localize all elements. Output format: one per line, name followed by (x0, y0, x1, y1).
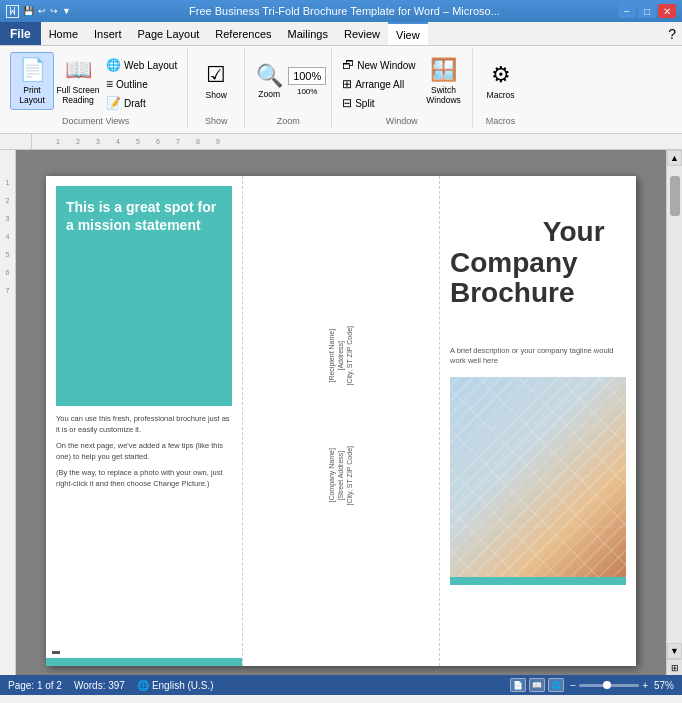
read-view-icon[interactable]: 📖 (529, 678, 545, 692)
split-button[interactable]: ⊟ Split (338, 94, 419, 112)
ruler-mark-9: 9 (208, 138, 228, 145)
ribbon: 📄 Print Layout 📖 Full Screen Reading 🌐 W… (0, 46, 682, 134)
split-label: Split (355, 98, 374, 109)
minimize-button[interactable]: − (618, 4, 636, 18)
show-label: Show (206, 90, 227, 100)
vruler-6: 6 (0, 264, 15, 282)
scroll-down-button[interactable]: ▼ (667, 643, 682, 659)
brochure-left-panel: This is a great spot for a mission state… (46, 176, 243, 666)
status-bar: Page: 1 of 2 Words: 397 🌐 English (U.S.)… (0, 675, 682, 695)
macros-group: ⚙ Macros Macros (473, 48, 529, 128)
draft-icon: 📝 (106, 96, 121, 110)
company-address: [Company Name] [Street Address] [City, S… (327, 446, 354, 506)
status-left: Page: 1 of 2 Words: 397 🌐 English (U.S.) (8, 680, 214, 691)
document-scroll-area[interactable]: This is a great spot for a mission state… (16, 150, 666, 675)
draft-button[interactable]: 📝 Draft (102, 94, 181, 112)
print-layout-button[interactable]: 📄 Print Layout (10, 52, 54, 110)
document-views-label: Document Views (62, 116, 129, 128)
mailings-menu[interactable]: Mailings (280, 22, 336, 45)
outline-button[interactable]: ≡ Outline (102, 75, 181, 93)
macros-button[interactable]: ⚙ Macros (479, 52, 523, 110)
right-teal-bar (450, 577, 626, 585)
arrange-all-icon: ⊞ (342, 77, 352, 91)
language-icon: 🌐 (137, 680, 149, 691)
ruler-mark-6: 6 (148, 138, 168, 145)
scroll-up-button[interactable]: ▲ (667, 150, 682, 166)
ruler-mark-5: 5 (128, 138, 148, 145)
show-label-group: Show (205, 116, 228, 128)
ruler-marks: 1 2 3 4 5 6 7 8 9 (32, 138, 228, 145)
vruler-4: 4 (0, 228, 15, 246)
full-screen-reading-icon: 📖 (65, 57, 92, 83)
document-area: 1 2 3 4 5 6 7 This is a great spot for a… (0, 150, 682, 675)
document-page: This is a great spot for a mission state… (46, 176, 636, 666)
document-views-group: 📄 Print Layout 📖 Full Screen Reading 🌐 W… (4, 48, 188, 128)
mission-paragraph-3: (By the way, to replace a photo with you… (56, 468, 232, 489)
zoom-percent-display: 100% (288, 67, 326, 85)
ruler-mark-1: 1 (48, 138, 68, 145)
new-window-label: New Window (357, 60, 415, 71)
full-screen-reading-button[interactable]: 📖 Full Screen Reading (56, 52, 100, 110)
horizontal-ruler: 1 2 3 4 5 6 7 8 9 (0, 134, 682, 150)
macros-icon: ⚙ (491, 62, 511, 88)
svg-line-9 (450, 537, 478, 577)
view-menu[interactable]: View (388, 22, 428, 45)
svg-line-3 (518, 377, 626, 497)
language-text: English (U.S.) (152, 680, 214, 691)
zoom-plus-button[interactable]: + (642, 680, 648, 691)
zoom-label: Zoom (258, 89, 280, 99)
arrange-all-button[interactable]: ⊞ Arrange All (338, 75, 419, 93)
close-button[interactable]: ✕ (658, 4, 676, 18)
recipient-address-line: [Address] (336, 326, 345, 386)
zoom-slider-thumb[interactable] (603, 681, 611, 689)
new-window-icon: 🗗 (342, 58, 354, 72)
home-menu[interactable]: Home (41, 22, 86, 45)
company-name: [Company Name] (327, 446, 336, 506)
zoom-button[interactable]: 🔍 Zoom (251, 52, 287, 110)
help-icon[interactable]: ? (662, 26, 682, 42)
print-view-icon[interactable]: 📄 (510, 678, 526, 692)
web-layout-button[interactable]: 🌐 Web Layout (102, 56, 181, 74)
scroll-track[interactable] (667, 166, 682, 643)
vruler-2: 2 (0, 192, 15, 210)
zoom-group-label: Zoom (277, 116, 300, 128)
scroll-thumb[interactable] (670, 176, 680, 216)
maximize-button[interactable]: □ (638, 4, 656, 18)
window-title: Free Business Tri-Fold Brochure Template… (71, 5, 618, 17)
review-menu[interactable]: Review (336, 22, 388, 45)
arrange-all-label: Arrange All (355, 79, 404, 90)
web-layout-icon: 🌐 (106, 58, 121, 72)
insert-menu[interactable]: Insert (86, 22, 130, 45)
vertical-scrollbar[interactable]: ▲ ▼ ⊞ (666, 150, 682, 675)
cursor-indicator (52, 651, 60, 654)
references-menu[interactable]: References (207, 22, 279, 45)
zoom-group: 🔍 Zoom 100% 100% Zoom (245, 48, 332, 128)
outline-label: Outline (116, 79, 148, 90)
page-container: This is a great spot for a mission state… (46, 176, 636, 666)
svg-line-5 (598, 377, 626, 417)
ruler-mark-7: 7 (168, 138, 188, 145)
mission-title: This is a great spot for a mission state… (66, 198, 222, 234)
expand-button[interactable]: ⊞ (667, 659, 682, 675)
svg-rect-0 (450, 377, 626, 577)
switch-windows-icon: 🪟 (430, 57, 457, 83)
company-street: [Street Address] (336, 446, 345, 506)
switch-windows-button[interactable]: 🪟 Switch Windows (422, 52, 466, 110)
svg-line-8 (450, 497, 518, 577)
new-window-button[interactable]: 🗗 New Window (338, 56, 419, 74)
zoom-minus-button[interactable]: − (570, 680, 576, 691)
split-icon: ⊟ (342, 96, 352, 110)
show-button[interactable]: ☑ Show (194, 52, 238, 110)
page-layout-menu[interactable]: Page Layout (130, 22, 208, 45)
vruler-7: 7 (0, 282, 15, 300)
language-status: 🌐 English (U.S.) (137, 680, 214, 691)
company-subtitle-text: A brief description or your company tagl… (450, 346, 626, 367)
teal-mission-box: This is a great spot for a mission state… (56, 186, 232, 406)
svg-line-4 (558, 377, 626, 457)
web-view-icon[interactable]: 🌐 (548, 678, 564, 692)
zoom-percent-label: 100% (297, 87, 317, 96)
svg-line-2 (478, 377, 626, 537)
zoom-100-button[interactable]: 100% 100% (289, 52, 325, 110)
zoom-slider-track[interactable] (579, 684, 639, 687)
file-menu[interactable]: File (0, 22, 41, 45)
